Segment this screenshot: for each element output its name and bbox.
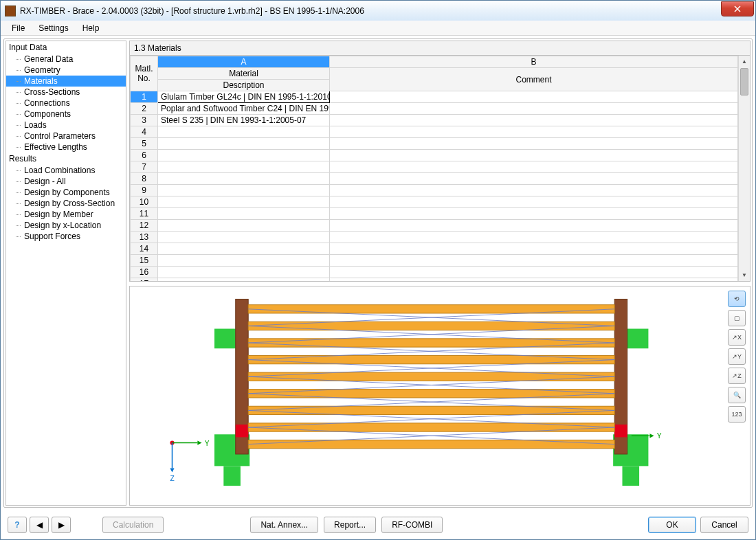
cell-description[interactable] bbox=[158, 150, 330, 161]
cell-comment[interactable] bbox=[330, 220, 738, 232]
col-header-comment[interactable]: Comment bbox=[330, 68, 738, 91]
cell-comment[interactable] bbox=[330, 278, 738, 282]
rotate-icon[interactable]: ⟲ bbox=[728, 291, 746, 307]
menu-help[interactable]: Help bbox=[76, 22, 107, 34]
cell-description[interactable]: Steel S 235 | DIN EN 1993-1-1:2005-07 bbox=[158, 115, 330, 126]
table-row[interactable]: 1Glulam Timber GL24c | DIN EN 1995-1-1:2… bbox=[131, 91, 738, 103]
row-number[interactable]: 11 bbox=[131, 208, 158, 220]
cell-comment[interactable] bbox=[330, 138, 738, 150]
cell-comment[interactable] bbox=[330, 91, 738, 103]
cell-comment[interactable] bbox=[330, 255, 738, 267]
cancel-button[interactable]: Cancel bbox=[700, 517, 748, 533]
report-button[interactable]: Report... bbox=[324, 517, 376, 533]
cell-comment[interactable] bbox=[330, 196, 738, 208]
cell-comment[interactable] bbox=[330, 126, 738, 138]
table-row[interactable]: 2Poplar and Softwood Timber C24 | DIN EN… bbox=[131, 103, 738, 115]
help-button[interactable]: ? bbox=[8, 517, 27, 533]
cell-description[interactable]: Glulam Timber GL24c | DIN EN 1995-1-1:20… bbox=[158, 91, 330, 103]
nav-item-geometry[interactable]: Geometry bbox=[6, 65, 126, 76]
col-header-material[interactable]: Material bbox=[158, 68, 330, 80]
view-z-icon[interactable]: ↗Z bbox=[728, 368, 746, 384]
zoom-icon[interactable]: 🔍 bbox=[728, 387, 746, 403]
cell-description[interactable] bbox=[158, 138, 330, 150]
col-header-a[interactable]: A bbox=[158, 56, 330, 68]
cube-icon[interactable]: ▢ bbox=[728, 310, 746, 326]
nav-item-components[interactable]: Components bbox=[6, 109, 126, 120]
nav-item-connections[interactable]: Connections bbox=[6, 98, 126, 109]
row-number[interactable]: 9 bbox=[131, 185, 158, 196]
table-row[interactable]: 8 bbox=[131, 173, 738, 185]
menu-settings[interactable]: Settings bbox=[32, 22, 75, 34]
scroll-down-icon[interactable]: ▼ bbox=[739, 269, 750, 281]
cell-description[interactable] bbox=[158, 243, 330, 255]
row-number[interactable]: 4 bbox=[131, 126, 158, 138]
view-y-icon[interactable]: ↗Y bbox=[728, 348, 746, 365]
row-number[interactable]: 7 bbox=[131, 161, 158, 173]
nat-annex-button[interactable]: Nat. Annex... bbox=[250, 517, 318, 533]
cell-comment[interactable] bbox=[330, 103, 738, 115]
cell-description[interactable] bbox=[158, 220, 330, 232]
row-number[interactable]: 12 bbox=[131, 220, 158, 232]
table-row[interactable]: 7 bbox=[131, 161, 738, 173]
col-header-matl-no[interactable]: Matl. No. bbox=[131, 56, 158, 91]
table-row[interactable]: 15 bbox=[131, 255, 738, 267]
col-header-b[interactable]: B bbox=[330, 56, 738, 68]
nav-item-design-all[interactable]: Design - All bbox=[6, 176, 126, 187]
nav-item-load-combinations[interactable]: Load Combinations bbox=[6, 165, 126, 176]
close-button[interactable] bbox=[721, 1, 754, 16]
row-number[interactable]: 6 bbox=[131, 150, 158, 161]
materials-grid[interactable]: Matl. No. A B Material Comment Descripti… bbox=[129, 55, 751, 282]
row-number[interactable]: 1 bbox=[131, 91, 158, 103]
row-number[interactable]: 3 bbox=[131, 115, 158, 126]
next-button[interactable]: ▶ bbox=[52, 517, 71, 533]
row-number[interactable]: 10 bbox=[131, 196, 158, 208]
nav-item-design-by-member[interactable]: Design by Member bbox=[6, 209, 126, 220]
menu-file[interactable]: File bbox=[5, 22, 32, 34]
table-row[interactable]: 14 bbox=[131, 243, 738, 255]
row-number[interactable]: 13 bbox=[131, 232, 158, 243]
cell-description[interactable] bbox=[158, 267, 330, 278]
cell-description[interactable] bbox=[158, 196, 330, 208]
table-row[interactable]: 4 bbox=[131, 126, 738, 138]
cell-description[interactable] bbox=[158, 232, 330, 243]
table-row[interactable]: 13 bbox=[131, 232, 738, 243]
cell-description[interactable] bbox=[158, 173, 330, 185]
calculation-button[interactable]: Calculation bbox=[102, 517, 164, 533]
nav-item-design-by-x-location[interactable]: Design by x-Location bbox=[6, 220, 126, 231]
prev-button[interactable]: ◀ bbox=[30, 517, 49, 533]
nav-item-effective-lengths[interactable]: Effective Lengths bbox=[6, 142, 126, 153]
navigator-tree[interactable]: Input Data General DataGeometryMaterials… bbox=[5, 41, 126, 506]
row-number[interactable]: 5 bbox=[131, 138, 158, 150]
table-row[interactable]: 9 bbox=[131, 185, 738, 196]
nav-item-control-parameters[interactable]: Control Parameters bbox=[6, 131, 126, 142]
cell-description[interactable] bbox=[158, 278, 330, 282]
cell-comment[interactable] bbox=[330, 243, 738, 255]
nav-item-support-forces[interactable]: Support Forces bbox=[6, 231, 126, 242]
table-row[interactable]: 3Steel S 235 | DIN EN 1993-1-1:2005-07 bbox=[131, 115, 738, 126]
nav-item-loads[interactable]: Loads bbox=[6, 120, 126, 131]
row-number[interactable]: 15 bbox=[131, 255, 158, 267]
row-number[interactable]: 2 bbox=[131, 103, 158, 115]
table-row[interactable]: 11 bbox=[131, 208, 738, 220]
model-viewport[interactable]: Y Z Y ⟲▢↗X↗Y↗Z🔍123 bbox=[129, 286, 751, 506]
scroll-up-icon[interactable]: ▲ bbox=[739, 56, 750, 67]
row-number[interactable]: 14 bbox=[131, 243, 158, 255]
cell-description[interactable] bbox=[158, 161, 330, 173]
rf-combi-button[interactable]: RF-COMBI bbox=[381, 517, 443, 533]
table-row[interactable]: 12 bbox=[131, 220, 738, 232]
cell-comment[interactable] bbox=[330, 115, 738, 126]
table-row[interactable]: 10 bbox=[131, 196, 738, 208]
table-row[interactable]: 17 bbox=[131, 278, 738, 282]
scroll-thumb[interactable] bbox=[740, 68, 748, 95]
row-number[interactable]: 16 bbox=[131, 267, 158, 278]
nav-item-materials[interactable]: Materials bbox=[6, 76, 126, 87]
col-header-description[interactable]: Description bbox=[158, 80, 330, 91]
numbers-icon[interactable]: 123 bbox=[728, 406, 746, 423]
table-row[interactable]: 6 bbox=[131, 150, 738, 161]
cell-comment[interactable] bbox=[330, 208, 738, 220]
grid-scrollbar[interactable]: ▲ ▼ bbox=[738, 56, 750, 281]
cell-description[interactable]: Poplar and Softwood Timber C24 | DIN EN … bbox=[158, 103, 330, 115]
cell-description[interactable] bbox=[158, 255, 330, 267]
cell-description[interactable] bbox=[158, 126, 330, 138]
cell-comment[interactable] bbox=[330, 161, 738, 173]
